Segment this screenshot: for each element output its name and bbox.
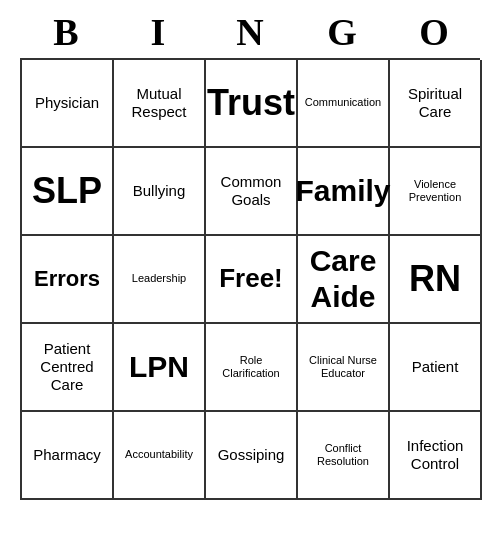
cell-text-4: Spiritual Care xyxy=(394,85,476,121)
bingo-cell-2: Trust xyxy=(206,60,298,148)
bingo-letter-n: N xyxy=(208,10,292,54)
cell-text-21: Accountability xyxy=(125,448,193,461)
bingo-cell-22: Gossiping xyxy=(206,412,298,500)
cell-text-12: Free! xyxy=(219,263,283,294)
cell-text-9: Violence Prevention xyxy=(394,178,476,204)
bingo-cell-19: Patient xyxy=(390,324,482,412)
bingo-title: BINGO xyxy=(20,10,480,54)
bingo-grid: PhysicianMutual RespectTrustCommunicatio… xyxy=(20,58,480,500)
bingo-cell-4: Spiritual Care xyxy=(390,60,482,148)
bingo-cell-18: Clinical Nurse Educator xyxy=(298,324,390,412)
cell-text-8: Family xyxy=(295,173,390,209)
cell-text-6: Bullying xyxy=(133,182,186,200)
bingo-cell-7: Common Goals xyxy=(206,148,298,236)
bingo-cell-21: Accountability xyxy=(114,412,206,500)
cell-text-20: Pharmacy xyxy=(33,446,101,464)
bingo-cell-1: Mutual Respect xyxy=(114,60,206,148)
bingo-cell-14: RN xyxy=(390,236,482,324)
bingo-cell-13: Care Aide xyxy=(298,236,390,324)
cell-text-3: Communication xyxy=(305,96,381,109)
cell-text-2: Trust xyxy=(207,81,295,124)
cell-text-13: Care Aide xyxy=(302,243,384,315)
bingo-letter-g: G xyxy=(300,10,384,54)
bingo-cell-0: Physician xyxy=(22,60,114,148)
cell-text-24: Infection Control xyxy=(394,437,476,473)
cell-text-15: Patient Centred Care xyxy=(26,340,108,394)
bingo-cell-20: Pharmacy xyxy=(22,412,114,500)
cell-text-5: SLP xyxy=(32,169,102,212)
bingo-letter-i: I xyxy=(116,10,200,54)
bingo-cell-23: Conflict Resolution xyxy=(298,412,390,500)
cell-text-0: Physician xyxy=(35,94,99,112)
bingo-letter-b: B xyxy=(24,10,108,54)
bingo-letter-o: O xyxy=(392,10,476,54)
bingo-cell-11: Leadership xyxy=(114,236,206,324)
cell-text-17: Role Clarification xyxy=(210,354,292,380)
bingo-cell-6: Bullying xyxy=(114,148,206,236)
cell-text-19: Patient xyxy=(412,358,459,376)
cell-text-16: LPN xyxy=(129,349,189,385)
bingo-cell-12: Free! xyxy=(206,236,298,324)
bingo-cell-15: Patient Centred Care xyxy=(22,324,114,412)
cell-text-10: Errors xyxy=(34,266,100,292)
bingo-cell-3: Communication xyxy=(298,60,390,148)
cell-text-22: Gossiping xyxy=(218,446,285,464)
cell-text-11: Leadership xyxy=(132,272,186,285)
bingo-cell-9: Violence Prevention xyxy=(390,148,482,236)
cell-text-18: Clinical Nurse Educator xyxy=(302,354,384,380)
cell-text-7: Common Goals xyxy=(210,173,292,209)
bingo-cell-24: Infection Control xyxy=(390,412,482,500)
cell-text-14: RN xyxy=(409,257,461,300)
bingo-cell-16: LPN xyxy=(114,324,206,412)
cell-text-1: Mutual Respect xyxy=(118,85,200,121)
bingo-cell-8: Family xyxy=(298,148,390,236)
cell-text-23: Conflict Resolution xyxy=(302,442,384,468)
bingo-cell-17: Role Clarification xyxy=(206,324,298,412)
bingo-cell-5: SLP xyxy=(22,148,114,236)
bingo-cell-10: Errors xyxy=(22,236,114,324)
